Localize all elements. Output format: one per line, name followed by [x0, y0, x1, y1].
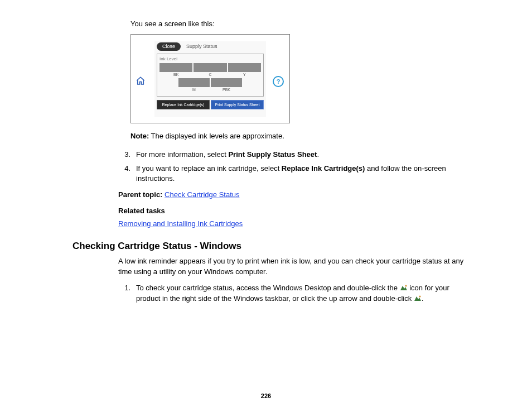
step-number: 1.	[118, 283, 130, 304]
product-tray-icon	[414, 295, 422, 302]
section-heading: Checking Cartridge Status - Windows	[72, 239, 465, 253]
parent-topic-link[interactable]: Check Cartridge Status	[165, 190, 239, 199]
ink-row-2	[178, 78, 242, 87]
parent-topic: Parent topic: Check Cartridge Status	[118, 190, 465, 200]
step-number: 3.	[118, 150, 130, 160]
svg-point-1	[419, 295, 420, 297]
step-4: 4. If you want to replace an ink cartrid…	[118, 164, 465, 185]
note-text: The displayed ink levels are approximate…	[149, 132, 284, 140]
win-step-1: 1. To check your cartridge status, acces…	[118, 283, 465, 304]
close-pill: Close	[157, 42, 181, 51]
ink-row-1	[159, 63, 261, 72]
related-tasks-label: Related tasks	[118, 206, 465, 217]
intro-text: You see a screen like this:	[130, 19, 465, 30]
ink-row-1-labels: BK C Y	[159, 72, 261, 78]
printer-lcd-figure: ? Close Supply Status Ink Level BK C Y	[130, 34, 290, 123]
page-number: 226	[0, 392, 532, 401]
ink-row-2-labels: M PBK	[178, 87, 242, 93]
note: Note: The displayed ink levels are appro…	[130, 131, 465, 142]
product-tray-icon	[400, 284, 408, 291]
print-status-sheet-button: Print Supply Status Sheet	[211, 100, 264, 110]
step-number: 4.	[118, 164, 130, 185]
replace-cartridge-button: Replace Ink Cartridge(s)	[157, 100, 210, 110]
svg-point-0	[405, 285, 407, 287]
section-intro: A low ink reminder appears if you try to…	[118, 256, 465, 277]
ink-level-label: Ink Level	[159, 56, 261, 63]
related-task-link[interactable]: Removing and Installing Ink Cartridges	[118, 219, 243, 228]
step-3: 3. For more information, select Print Su…	[118, 150, 465, 160]
lcd-screen: Close Supply Status Ink Level BK C Y M P…	[154, 41, 266, 117]
note-label: Note:	[130, 132, 149, 140]
home-icon	[136, 76, 146, 89]
lcd-title: Supply Status	[186, 43, 217, 50]
help-icon: ?	[273, 76, 284, 87]
ink-level-panel: Ink Level BK C Y M PBK	[157, 54, 264, 97]
